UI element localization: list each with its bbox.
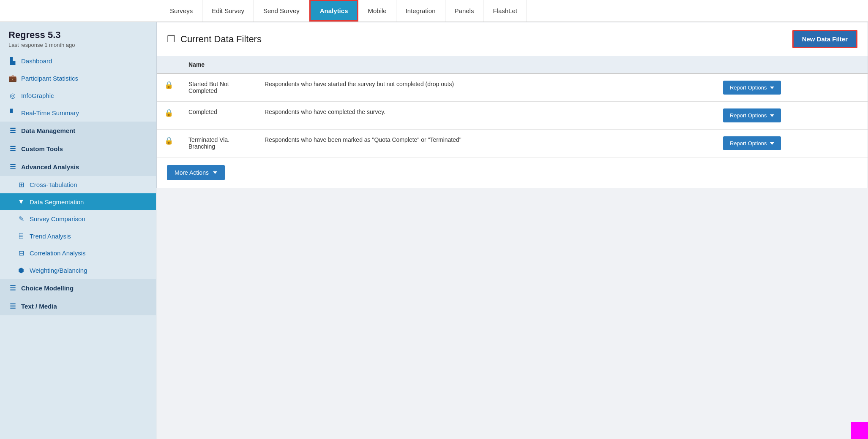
caret-icon	[770, 87, 774, 89]
sidebar-item-correlation-analysis[interactable]: ⊟ Correlation Analysis	[0, 244, 156, 262]
section-label: Choice Modelling	[21, 285, 74, 292]
content-card: ❐ Current Data Filters New Data Filter N…	[156, 22, 868, 188]
report-options-button[interactable]: Report Options	[723, 136, 781, 150]
report-options-label: Report Options	[730, 112, 767, 119]
page-title: Current Data Filters	[180, 34, 262, 45]
sidebar-section-data-management[interactable]: ☰ Data Management	[0, 122, 156, 140]
sidebar-section-advanced-analysis[interactable]: ☰ Advanced Analysis	[0, 158, 156, 176]
empty-cell	[800, 102, 868, 130]
tab-integration[interactable]: Integration	[396, 0, 445, 22]
sidebar-item-survey-comparison[interactable]: ✎ Survey Comparison	[0, 210, 156, 228]
report-options-button[interactable]: Report Options	[723, 108, 781, 122]
filter-desc-cell: Respondents who have started the survey …	[257, 73, 715, 102]
sidebar-section-custom-tools[interactable]: ☰ Custom Tools	[0, 140, 156, 158]
empty-cell	[800, 130, 868, 157]
content-header: ❐ Current Data Filters New Data Filter	[157, 22, 868, 56]
bar-chart2-icon: ▘	[8, 109, 17, 117]
section-label: Data Management	[21, 127, 75, 134]
sidebar-section-choice-modelling[interactable]: ☰ Choice Modelling	[0, 279, 156, 297]
lock-icon: 🔒	[164, 81, 173, 89]
empty-cell	[800, 73, 868, 102]
sidebar-header: Regress 5.3 Last response 1 month ago	[0, 22, 156, 52]
filter-actions-cell: Report Options	[715, 102, 800, 130]
sidebar-item-label: Cross-Tabulation	[30, 181, 77, 188]
sidebar-item-infographic[interactable]: ◎ InfoGraphic	[0, 87, 156, 104]
top-navigation: Surveys Edit Survey Send Survey Analytic…	[0, 0, 868, 22]
section-label: Text / Media	[21, 303, 57, 310]
tab-analytics[interactable]: Analytics	[309, 0, 359, 22]
bar-chart-icon: ▙	[8, 57, 17, 65]
bars-icon: ⌸	[17, 232, 25, 240]
list-icon: ☰	[8, 127, 17, 135]
main-content: ❐ Current Data Filters New Data Filter N…	[156, 22, 868, 439]
filter-name-cell: Terminated Via. Branching	[181, 130, 257, 157]
tab-surveys[interactable]: Surveys	[161, 0, 202, 22]
new-data-filter-button[interactable]: New Data Filter	[792, 30, 857, 48]
briefcase-icon: 💼	[8, 74, 17, 82]
report-options-label: Report Options	[730, 84, 767, 91]
filter-actions-cell: Report Options	[715, 130, 800, 157]
list-icon: ☰	[8, 163, 17, 171]
table-row: 🔒 Started But Not Completed Respondents …	[157, 73, 868, 102]
lock-cell: 🔒	[157, 102, 181, 130]
col-lock	[157, 56, 181, 73]
sidebar-section-text-media[interactable]: ☰ Text / Media	[0, 297, 156, 315]
filter-table-icon: ❐	[167, 34, 175, 45]
sidebar-item-label: Data Segmentation	[30, 198, 84, 206]
caret-icon	[770, 142, 774, 145]
sidebar-item-label: Real-Time Summary	[21, 109, 79, 117]
caret-icon	[213, 171, 217, 174]
filter-actions-cell: Report Options	[715, 73, 800, 102]
pink-corner-decoration	[851, 422, 868, 439]
sidebar-item-label: Dashboard	[21, 57, 52, 65]
hierarchy-icon: ⬢	[17, 266, 25, 274]
col-extra	[800, 56, 868, 73]
sidebar-item-label: Survey Comparison	[30, 215, 85, 222]
main-layout: Regress 5.3 Last response 1 month ago ▙ …	[0, 22, 868, 439]
target-icon: ◎	[8, 92, 17, 100]
sidebar-item-label: Correlation Analysis	[30, 249, 86, 257]
grid-icon: ⊞	[17, 181, 25, 189]
filter-desc-cell: Respondents who have completed the surve…	[257, 102, 715, 130]
tab-mobile[interactable]: Mobile	[358, 0, 396, 22]
sidebar-item-weighting-balancing[interactable]: ⬢ Weighting/Balancing	[0, 262, 156, 279]
col-name: Name	[181, 56, 257, 73]
sidebar-item-realtime-summary[interactable]: ▘ Real-Time Summary	[0, 104, 156, 122]
filter-name-cell: Completed	[181, 102, 257, 130]
sidebar: Regress 5.3 Last response 1 month ago ▙ …	[0, 22, 156, 439]
tab-flashlet[interactable]: FlashLet	[483, 0, 527, 22]
sidebar-item-label: Weighting/Balancing	[30, 267, 87, 274]
sidebar-item-dashboard[interactable]: ▙ Dashboard	[0, 52, 156, 70]
tab-panels[interactable]: Panels	[445, 0, 484, 22]
table-row: 🔒 Completed Respondents who have complet…	[157, 102, 868, 130]
sidebar-app-subtitle: Last response 1 month ago	[8, 42, 147, 48]
more-actions-button[interactable]: More Actions	[167, 165, 225, 180]
section-label: Advanced Analysis	[21, 163, 79, 171]
lock-icon: 🔒	[164, 137, 173, 145]
sidebar-item-trend-analysis[interactable]: ⌸ Trend Analysis	[0, 228, 156, 244]
sidebar-item-data-segmentation[interactable]: ▼ Data Segmentation	[0, 193, 156, 210]
sidebar-app-title: Regress 5.3	[8, 30, 147, 41]
lock-cell: 🔒	[157, 73, 181, 102]
sidebar-item-participant-stats[interactable]: 💼 Participant Statistics	[0, 70, 156, 87]
sidebar-item-cross-tabulation[interactable]: ⊞ Cross-Tabulation	[0, 176, 156, 193]
edit-icon: ✎	[17, 215, 25, 223]
caret-icon	[770, 114, 774, 117]
section-label: Custom Tools	[21, 145, 63, 152]
tab-send-survey[interactable]: Send Survey	[254, 0, 309, 22]
more-actions-area: More Actions	[157, 157, 868, 188]
tab-edit-survey[interactable]: Edit Survey	[202, 0, 254, 22]
col-desc	[257, 56, 715, 73]
data-filters-table: Name 🔒 Started But Not Completed Respond…	[157, 56, 868, 157]
report-options-button[interactable]: Report Options	[723, 81, 781, 95]
table-row: 🔒 Terminated Via. Branching Respondents …	[157, 130, 868, 157]
lock-icon: 🔒	[164, 109, 173, 117]
content-title: ❐ Current Data Filters	[167, 34, 262, 45]
sidebar-item-label: Participant Statistics	[21, 75, 78, 82]
col-actions	[715, 56, 800, 73]
report-options-label: Report Options	[730, 140, 767, 146]
sidebar-item-label: Trend Analysis	[30, 233, 71, 240]
sidebar-item-label: InfoGraphic	[21, 92, 54, 99]
lock-cell: 🔒	[157, 130, 181, 157]
list-icon: ☰	[8, 284, 17, 292]
